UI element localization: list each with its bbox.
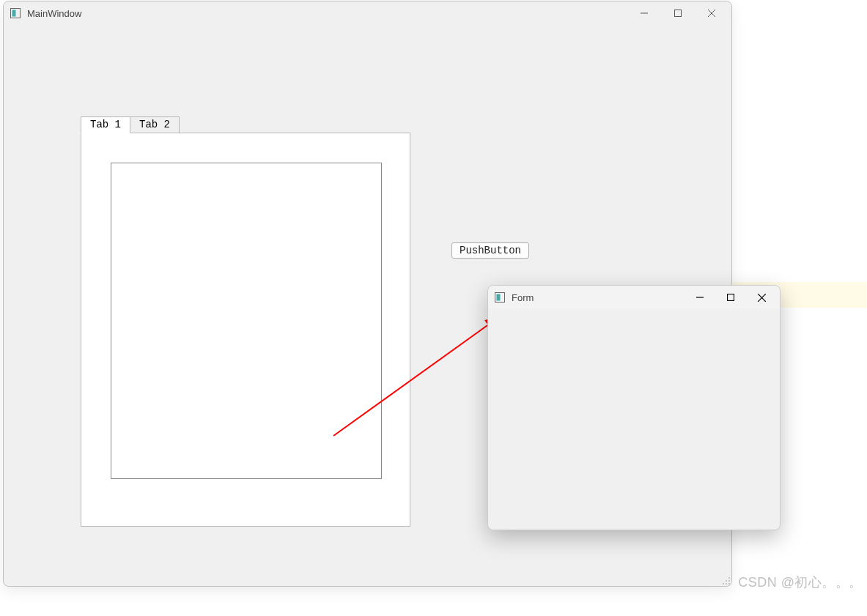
svg-point-11	[728, 583, 730, 585]
svg-rect-14	[497, 294, 501, 301]
svg-rect-3	[675, 10, 682, 17]
form-window: Form	[487, 285, 781, 530]
maximize-button[interactable]	[661, 2, 695, 24]
form-window-title: Form	[512, 292, 534, 303]
watermark-text: CSDN @初心。。。	[738, 574, 863, 591]
tab-1[interactable]: Tab 1	[81, 116, 130, 133]
svg-point-10	[726, 583, 727, 585]
main-window-title: MainWindow	[27, 8, 81, 19]
minimize-button[interactable]	[685, 286, 715, 308]
svg-rect-16	[728, 294, 734, 301]
close-button[interactable]	[746, 286, 777, 308]
resize-grip-icon[interactable]	[720, 575, 732, 587]
form-window-client-area	[488, 309, 780, 530]
tab-widget: Tab 1 Tab 2	[81, 116, 410, 527]
svg-rect-1	[12, 10, 16, 17]
app-icon	[10, 7, 21, 19]
svg-point-8	[728, 580, 730, 582]
tab-page-1	[81, 133, 410, 527]
svg-point-9	[723, 583, 724, 585]
push-button[interactable]: PushButton	[451, 242, 529, 259]
form-window-titlebar[interactable]: Form	[488, 286, 780, 309]
close-button[interactable]	[695, 2, 728, 24]
inner-frame	[111, 163, 382, 479]
svg-point-7	[726, 580, 727, 582]
app-icon	[494, 292, 506, 303]
maximize-button[interactable]	[715, 286, 746, 308]
main-window-titlebar[interactable]: MainWindow	[4, 1, 731, 25]
minimize-button[interactable]	[627, 2, 661, 24]
tab-2[interactable]: Tab 2	[130, 116, 180, 133]
tab-bar: Tab 1 Tab 2	[81, 116, 410, 133]
svg-point-6	[728, 577, 730, 579]
